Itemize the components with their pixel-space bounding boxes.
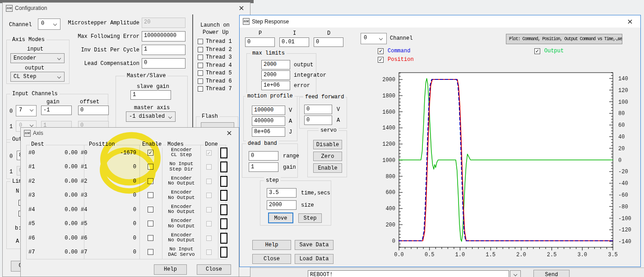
input-channel-index: 0 xyxy=(9,108,13,115)
max-following-error-input[interactable]: 1000000000 xyxy=(142,31,185,42)
max-limits-integrator-label: integrator xyxy=(294,72,326,78)
motion-profile-J-label: J xyxy=(289,129,292,135)
axis-io-box[interactable] xyxy=(220,233,227,244)
axis-io-box[interactable] xyxy=(220,162,227,172)
axis-io-box[interactable] xyxy=(220,148,227,158)
plot-select[interactable]: Plot: Command, Position, Output Command … xyxy=(506,34,622,44)
close-button[interactable]: Close xyxy=(252,254,291,264)
axis-io-box[interactable] xyxy=(220,190,227,201)
app-icon: DM xyxy=(24,130,31,137)
output-row1-index: 1 xyxy=(9,169,13,175)
microstepper-amplitude-input[interactable]: 20 xyxy=(142,18,185,28)
thread-checkbox[interactable] xyxy=(198,86,203,92)
max-limits-output-input[interactable]: 2000 xyxy=(261,60,290,69)
axis-modes-text: Encoder No Output xyxy=(163,176,199,186)
zero-button[interactable]: Zero xyxy=(313,152,342,161)
close-icon[interactable]: × xyxy=(625,17,635,26)
app-icon: DM xyxy=(243,18,250,25)
dead-band-range-input[interactable]: 0 xyxy=(249,151,278,161)
enable-button[interactable]: Enable xyxy=(313,163,342,173)
svg-text:60: 60 xyxy=(618,122,625,129)
svg-text:0: 0 xyxy=(392,238,395,245)
axis-dest-id: #5 xyxy=(28,221,35,227)
thread-checkbox[interactable] xyxy=(198,55,203,60)
axis-enable-checkbox[interactable] xyxy=(148,235,153,241)
axis-io-box[interactable] xyxy=(220,204,227,215)
feed-forward-V-input[interactable]: 0 xyxy=(304,105,332,114)
input-channel-offset[interactable]: 0 xyxy=(78,106,109,115)
output-checkbox[interactable]: ✓ xyxy=(534,48,540,54)
thread-checkbox[interactable] xyxy=(198,47,203,52)
axis-help-button[interactable]: Help xyxy=(154,264,187,275)
output-legend-label: Output xyxy=(544,48,564,54)
i-input[interactable]: 0.01 xyxy=(279,37,309,47)
window-title: Step Response xyxy=(252,18,289,25)
close-icon[interactable]: × xyxy=(236,4,246,13)
command-input[interactable]: REBOOT! xyxy=(308,270,509,277)
max-limits-integrator-input[interactable]: 2000 xyxy=(261,70,290,80)
lead-compensation-input[interactable]: 0 xyxy=(142,58,185,69)
close-icon[interactable]: × xyxy=(224,129,234,138)
axis-io-box[interactable] xyxy=(220,247,227,258)
step-button[interactable]: Step xyxy=(298,213,322,223)
motion-profile-A-input[interactable]: 400000 xyxy=(252,116,285,126)
max-following-error-label: Max Following Error xyxy=(46,33,139,40)
max-limits-error-input[interactable]: 1e+06 xyxy=(261,81,290,90)
thread-checkbox[interactable] xyxy=(198,63,203,68)
motion-profile-V-input[interactable]: 100000 xyxy=(252,106,285,115)
command-checkbox[interactable]: ✓ xyxy=(378,48,384,54)
help-button[interactable]: Help xyxy=(252,240,291,250)
step-time-secs-input[interactable]: 3.5 xyxy=(267,188,297,198)
command-dropdown[interactable] xyxy=(510,270,521,277)
input-channel-gain[interactable]: -1 xyxy=(41,106,72,115)
svg-text:1800: 1800 xyxy=(382,93,395,99)
thread-checkbox[interactable] xyxy=(198,70,203,76)
input-channel-select[interactable]: 7 xyxy=(16,105,37,116)
axis-enable-checkbox[interactable] xyxy=(148,249,153,255)
axis-enable-checkbox[interactable] xyxy=(148,221,153,226)
axis-enable-checkbox[interactable]: ✓ xyxy=(148,150,153,156)
axis-io-box[interactable] xyxy=(220,176,227,187)
feed-forward-A-input[interactable]: 0 xyxy=(304,115,332,125)
step-size-input[interactable]: 2000 xyxy=(267,200,297,210)
d-input[interactable]: 0 xyxy=(314,37,343,47)
axis-position-id: #5 xyxy=(81,221,87,227)
axis-modes-text: No Input DAC Servo xyxy=(163,247,199,257)
axis-enable-checkbox[interactable] xyxy=(148,164,153,170)
axis-enable-checkbox[interactable] xyxy=(148,192,153,198)
step-response-titlebar[interactable]: DM Step Response × xyxy=(240,15,640,28)
p-label: P xyxy=(259,30,262,37)
thread-checkbox[interactable] xyxy=(198,78,203,84)
axis-position-id: #2 xyxy=(81,178,87,185)
axis-titlebar[interactable]: DM Axis × xyxy=(21,128,239,139)
svg-text:40: 40 xyxy=(618,134,625,140)
axis-enable-checkbox[interactable] xyxy=(148,207,153,212)
axis-io-box[interactable] xyxy=(220,218,227,229)
step-response-chart: 0.00.51.01.52.02.53.03.50200400600800100… xyxy=(368,65,641,266)
dead-band-gain-input[interactable]: 1 xyxy=(249,162,278,172)
column-separator xyxy=(200,145,201,259)
axis-done-checkbox xyxy=(206,235,212,241)
thread-checkbox[interactable] xyxy=(198,39,203,44)
position-checkbox[interactable]: ✓ xyxy=(378,57,384,63)
output-mode-select[interactable]: CL Step xyxy=(10,72,65,82)
axis-enable-checkbox[interactable] xyxy=(148,178,153,184)
axis-close-button[interactable]: Close xyxy=(197,264,231,275)
channel-select[interactable]: 0 xyxy=(361,33,387,44)
p-input[interactable]: 0 xyxy=(245,37,275,47)
disable-button[interactable]: Disable xyxy=(313,140,342,149)
load-data-button[interactable]: Load Data xyxy=(295,254,334,264)
svg-text:0: 0 xyxy=(618,157,621,164)
svg-text:3.0: 3.0 xyxy=(577,252,587,258)
send-button[interactable]: Send xyxy=(533,270,570,277)
configuration-titlebar[interactable]: DM Configuration × xyxy=(3,3,250,14)
save-data-button[interactable]: Save Data xyxy=(295,240,334,250)
inv-dist-per-cycle-input[interactable]: 1 xyxy=(142,45,185,55)
panel-separator xyxy=(192,14,193,138)
slave-gain-input[interactable]: 1 xyxy=(130,90,171,100)
move-button[interactable]: Move xyxy=(268,212,293,223)
motion-profile-J-input[interactable]: 8e+06 xyxy=(252,127,285,137)
input-mode-select[interactable]: Encoder xyxy=(10,53,65,63)
svg-text:-100: -100 xyxy=(618,216,631,222)
master-slave-group: Master/Slave slave gain 1 master axis -1… xyxy=(116,76,188,129)
